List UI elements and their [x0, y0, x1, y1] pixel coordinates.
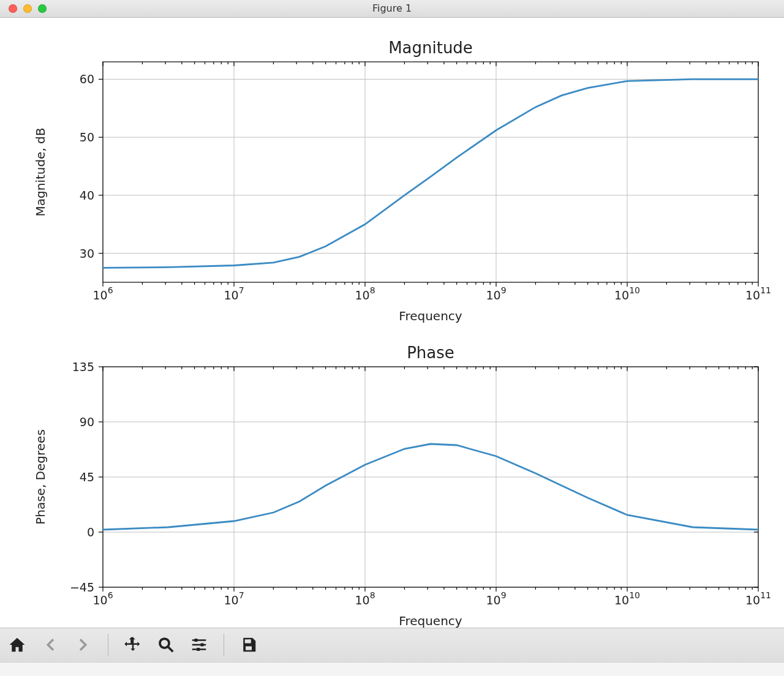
back-button[interactable]: [39, 634, 61, 656]
y-tick-label: 30: [80, 246, 94, 260]
x-tick-label: 109: [486, 285, 506, 302]
home-icon: [8, 636, 26, 654]
y-axis-label: Phase, Degrees: [33, 429, 48, 525]
x-tick-label: 1010: [614, 590, 640, 607]
app-window: Figure 1 1061071081091010101130405060Mag…: [0, 0, 784, 676]
svg-line-224: [168, 647, 173, 652]
x-axis: [103, 367, 758, 592]
matplotlib-toolbar: [0, 628, 784, 662]
y-tick-label: 40: [80, 189, 94, 202]
y-tick-label: −45: [70, 580, 94, 594]
x-tick-label: 108: [355, 285, 375, 302]
subplot-1: 10610710810910101011−4504590135PhaseFreq…: [33, 344, 771, 628]
x-tick-label: 1011: [745, 590, 771, 607]
x-axis-label: Frequency: [399, 309, 462, 323]
toolbar-separator: [224, 634, 224, 656]
window-controls: [0, 4, 47, 13]
y-axis-label: Magnitude, dB: [33, 127, 48, 216]
x-tick-label: 107: [224, 285, 244, 302]
chart-title: Phase: [407, 344, 454, 362]
window-title: Figure 1: [0, 2, 784, 14]
y-tick-label: 60: [80, 72, 94, 86]
x-tick-label: 108: [355, 590, 375, 607]
axes-frame: [103, 62, 758, 282]
home-button[interactable]: [6, 634, 28, 656]
move-icon: [124, 636, 142, 654]
plot-svg: 1061071081091010101130405060MagnitudeFre…: [0, 18, 784, 628]
svg-rect-228: [201, 644, 204, 647]
save-icon: [239, 636, 258, 654]
configure-subplots-button[interactable]: [188, 634, 210, 656]
svg-rect-230: [197, 648, 200, 651]
arrow-right-icon: [74, 636, 92, 654]
minimize-window-button[interactable]: [23, 4, 32, 13]
x-tick-label: 107: [224, 590, 244, 607]
x-axis: [103, 62, 758, 287]
fullscreen-window-button[interactable]: [38, 4, 47, 13]
svg-rect-231: [249, 640, 251, 643]
x-tick-label: 106: [92, 285, 113, 302]
svg-rect-226: [195, 639, 198, 642]
grid: [103, 367, 758, 587]
y-axis: [99, 79, 758, 253]
y-tick-label: 45: [80, 470, 94, 484]
y-tick-label: 90: [80, 415, 94, 429]
chart-title: Magnitude: [388, 39, 473, 57]
x-tick-label: 1010: [614, 285, 640, 302]
statusbar: [0, 662, 784, 676]
x-axis-label: Frequency: [399, 614, 462, 628]
y-tick-label: 50: [80, 130, 94, 144]
sliders-icon: [190, 636, 208, 654]
y-tick-label: 135: [72, 360, 94, 374]
y-tick-label: 0: [87, 525, 94, 539]
arrow-left-icon: [41, 636, 59, 654]
close-window-button[interactable]: [9, 4, 17, 13]
x-tick-label: 1011: [745, 285, 771, 302]
series-phase: [103, 444, 758, 530]
figure-canvas[interactable]: 1061071081091010101130405060MagnitudeFre…: [0, 18, 784, 628]
save-button[interactable]: [238, 634, 260, 656]
subplot-0: 1061071081091010101130405060MagnitudeFre…: [33, 39, 771, 323]
toolbar-separator: [108, 634, 108, 656]
x-tick-label: 106: [92, 590, 113, 607]
zoom-icon: [157, 636, 175, 654]
zoom-button[interactable]: [155, 634, 177, 656]
titlebar: Figure 1: [0, 0, 784, 18]
forward-button[interactable]: [72, 634, 94, 656]
series-magnitude: [103, 79, 758, 268]
grid: [103, 62, 758, 282]
x-tick-label: 109: [486, 590, 506, 607]
svg-point-223: [160, 639, 169, 648]
pan-button[interactable]: [122, 634, 144, 656]
